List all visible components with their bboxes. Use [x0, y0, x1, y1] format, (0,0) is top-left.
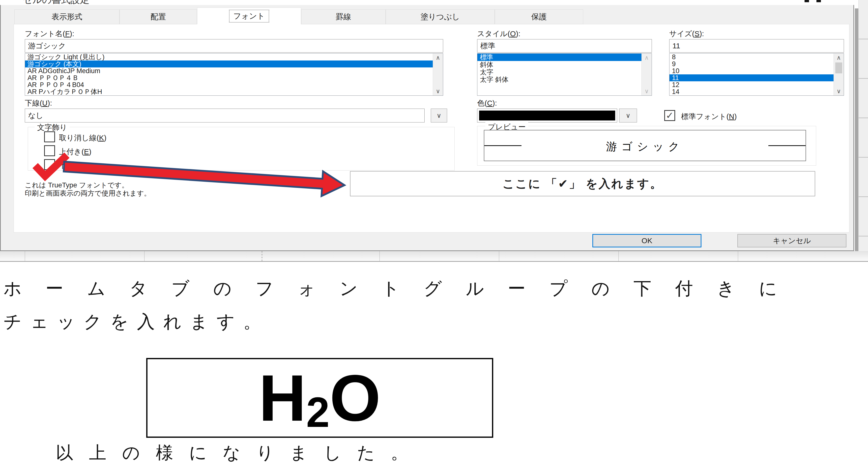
- list-item[interactable]: 8: [670, 54, 844, 61]
- list-item[interactable]: 12: [670, 81, 844, 88]
- page-break-gridline: [262, 251, 262, 261]
- scroll-down-icon[interactable]: ∨: [645, 87, 649, 95]
- size-value: 11: [673, 42, 680, 50]
- font-list-scrollbar[interactable]: ∧ ∨: [433, 54, 443, 95]
- normal-font-label[interactable]: 標準フォント(N): [681, 112, 737, 122]
- preview-sample-text: 游ゴシック: [484, 139, 806, 154]
- list-item[interactable]: 斜体: [477, 61, 652, 68]
- font-name-value: 游ゴシック: [28, 41, 66, 51]
- chevron-down-icon: ∨: [436, 112, 441, 120]
- color-dropdown-button[interactable]: ∨: [619, 108, 637, 122]
- list-item[interactable]: AR ＰＰＯＰ４Ｂ: [25, 74, 443, 81]
- style-list-scrollbar[interactable]: ∧ ∨: [642, 54, 652, 95]
- font-name-label: フォント名(F):: [25, 29, 74, 39]
- strikethrough-label[interactable]: 取り消し線(K): [59, 133, 106, 143]
- tab-label: 表示形式: [52, 12, 82, 22]
- dialog-drop-shadow: [855, 8, 858, 253]
- list-item[interactable]: 10: [670, 67, 844, 74]
- tab-font[interactable]: フォント: [197, 7, 301, 24]
- list-item[interactable]: AR PハイカラＰＯＰ体H: [25, 88, 443, 95]
- list-item[interactable]: 太字 斜体: [477, 76, 652, 83]
- formula-h: H: [259, 365, 306, 431]
- style-list[interactable]: 標準 斜体 太字 太字 斜体 ∧ ∨: [477, 53, 652, 96]
- size-list-scrollbar[interactable]: ∧ ∨: [834, 54, 844, 95]
- color-select[interactable]: [477, 108, 617, 122]
- underline-value: なし: [28, 111, 43, 121]
- color-label: 色(C):: [477, 98, 497, 108]
- chevron-down-icon: ∨: [626, 112, 630, 120]
- strikethrough-checkbox[interactable]: [44, 131, 55, 142]
- worksheet-row-below-dialog: [0, 251, 868, 262]
- gridline: [618, 251, 619, 261]
- scroll-down-icon[interactable]: ∨: [837, 87, 841, 95]
- close-button-remnant-icon[interactable]: [816, 0, 821, 2]
- list-item[interactable]: AR ADGothicJP Medium: [25, 67, 443, 74]
- cancel-button-label: キャンセル: [773, 236, 811, 246]
- gridline: [144, 251, 145, 261]
- worksheet-background-right: [858, 0, 868, 262]
- style-value: 標準: [480, 41, 495, 51]
- font-name-input[interactable]: 游ゴシック: [25, 39, 443, 53]
- list-item[interactable]: 游ゴシック Light (見出し): [25, 54, 443, 61]
- underline-select[interactable]: なし: [25, 108, 425, 122]
- tab-label: フォント: [229, 10, 270, 23]
- formula-subscript-2: 2: [306, 391, 330, 433]
- scroll-up-icon[interactable]: ∧: [436, 54, 440, 62]
- size-input[interactable]: 11: [669, 39, 844, 53]
- tab-border[interactable]: 罫線: [301, 9, 386, 24]
- scroll-up-icon[interactable]: ∧: [837, 54, 841, 62]
- h2o-example-box: H 2 O: [146, 358, 493, 438]
- tab-label: 保護: [531, 12, 547, 22]
- list-item[interactable]: 太字: [477, 68, 652, 76]
- tab-protection[interactable]: 保護: [495, 9, 583, 24]
- color-swatch-black: [479, 111, 615, 121]
- scroll-thumb[interactable]: [835, 62, 842, 73]
- list-item-selected[interactable]: 游ゴシック (本文): [25, 61, 443, 67]
- scroll-down-icon[interactable]: ∨: [436, 87, 440, 95]
- annotation-callout-text: ここに 「✔」 を入れます。: [502, 176, 662, 192]
- effects-legend: 文字飾り: [35, 122, 70, 133]
- ok-button[interactable]: OK: [592, 234, 702, 247]
- dialog-title-cutoff: セルの書式設定: [23, 0, 246, 4]
- body-text-line2: チェックを入れます。: [3, 310, 270, 334]
- body-text-line1: ホームタブのフォントグループの下付きに: [3, 277, 801, 301]
- list-item[interactable]: 9: [670, 61, 844, 67]
- tab-label: 配置: [151, 12, 166, 22]
- list-item[interactable]: AR ＰＰＯＰ４B04: [25, 81, 443, 88]
- style-label: スタイル(O):: [477, 29, 520, 39]
- tab-number-format[interactable]: 表示形式: [14, 9, 120, 24]
- body-result-text: 以上の様になりました。: [56, 441, 424, 465]
- tab-fill[interactable]: 塗りつぶし: [386, 9, 495, 24]
- gridline: [379, 251, 380, 261]
- red-arrow-annotation-icon: [60, 157, 349, 202]
- underline-dropdown-button[interactable]: ∨: [431, 108, 447, 122]
- font-name-list[interactable]: 游ゴシック Light (見出し) 游ゴシック (本文) AR ADGothic…: [25, 53, 443, 96]
- normal-font-checkbox[interactable]: ✓: [664, 110, 675, 121]
- gridline: [738, 251, 738, 261]
- cancel-button[interactable]: キャンセル: [737, 234, 846, 247]
- checkmark-icon: ✓: [666, 110, 674, 121]
- list-item-selected[interactable]: 11: [670, 74, 844, 81]
- tab-label: 罫線: [336, 12, 351, 22]
- help-button-remnant-icon[interactable]: [805, 0, 809, 2]
- tab-alignment[interactable]: 配置: [120, 9, 197, 24]
- list-item[interactable]: 14: [670, 88, 844, 95]
- preview-box: 游ゴシック: [484, 130, 806, 161]
- ok-button-label: OK: [642, 237, 652, 245]
- dialog-title-text: セルの書式設定: [23, 0, 90, 4]
- underline-label: 下線(U):: [25, 98, 52, 108]
- size-label: サイズ(S):: [669, 29, 704, 39]
- list-item-selected[interactable]: 標準: [477, 54, 652, 61]
- annotation-callout-box: ここに 「✔」 を入れます。: [350, 171, 815, 196]
- tab-label: 塗りつぶし: [421, 12, 460, 22]
- scroll-up-icon[interactable]: ∧: [645, 54, 649, 62]
- style-input[interactable]: 標準: [477, 39, 652, 53]
- formula-o: O: [330, 365, 381, 431]
- size-list[interactable]: 8 9 10 11 12 14 ∧ ∨: [669, 53, 844, 96]
